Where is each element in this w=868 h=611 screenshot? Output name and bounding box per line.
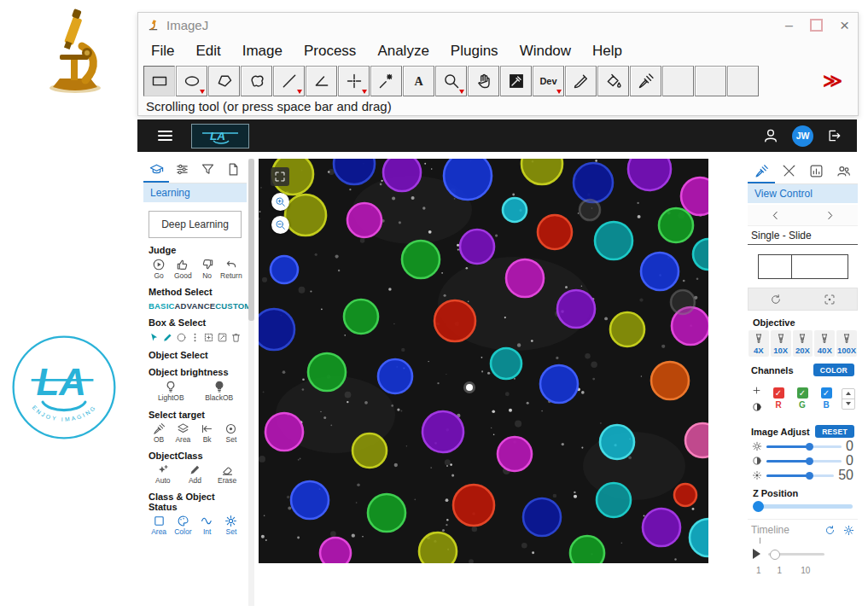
prev-slide-button[interactable] xyxy=(748,205,803,225)
logout-icon[interactable] xyxy=(826,128,842,143)
account-icon[interactable] xyxy=(762,127,779,144)
bk-button[interactable]: Bk xyxy=(195,422,219,444)
z-position-slider[interactable] xyxy=(753,504,853,509)
transform-box-icon[interactable] xyxy=(203,332,214,343)
channel-checkbox[interactable]: ✓ xyxy=(773,387,784,399)
select-arrow-icon[interactable] xyxy=(149,332,160,343)
fit-view-button[interactable] xyxy=(271,167,289,186)
zoom-out-button[interactable] xyxy=(271,216,289,234)
menu-help[interactable]: Help xyxy=(592,43,622,60)
tool-wand-button[interactable] xyxy=(370,66,402,96)
color-button[interactable]: COLOR xyxy=(813,364,854,376)
menu-file[interactable]: File xyxy=(151,43,174,60)
tab-learning[interactable] xyxy=(143,155,169,183)
blackob-button[interactable]: BlackOB xyxy=(195,380,244,402)
tool-magnifier-button[interactable] xyxy=(435,66,467,96)
tab-view-control[interactable] xyxy=(748,158,775,183)
adjust-slider-thumb[interactable] xyxy=(806,443,813,451)
menu-image[interactable]: Image xyxy=(242,43,283,60)
circle-select-icon[interactable] xyxy=(176,332,187,343)
set-button[interactable]: Set xyxy=(219,515,243,536)
add-channel-icon[interactable] xyxy=(752,386,761,395)
objective-4x-button[interactable]: 4X xyxy=(749,330,769,357)
tool-empty-slot-2-button[interactable] xyxy=(695,66,726,96)
menu-edit[interactable]: Edit xyxy=(195,43,220,60)
method-advance[interactable]: ADVANCE xyxy=(175,301,216,311)
tool-scrolling-hand-button[interactable] xyxy=(468,66,499,96)
adjust-slider[interactable] xyxy=(766,474,834,477)
tab-tools[interactable] xyxy=(775,158,802,183)
menu-analyze[interactable]: Analyze xyxy=(377,43,428,60)
objective-40x-button[interactable]: 40X xyxy=(814,330,835,357)
tool-angle-button[interactable] xyxy=(306,66,337,96)
adjust-slider[interactable] xyxy=(766,460,842,463)
tool-text-button[interactable]: A xyxy=(403,66,434,96)
tool-color-picker-button[interactable] xyxy=(500,66,532,96)
hamburger-menu-icon[interactable] xyxy=(158,131,172,141)
center-stage-button[interactable] xyxy=(803,288,858,310)
good-button[interactable]: Good xyxy=(171,258,195,280)
imagej-titlebar[interactable]: ImageJ – × xyxy=(138,13,858,38)
delete-box-icon[interactable] xyxy=(230,332,242,343)
more-tools-button[interactable]: ≫ xyxy=(823,70,842,92)
timeline-refresh-icon[interactable] xyxy=(824,525,836,536)
objective-10x-button[interactable]: 10X xyxy=(771,330,791,357)
tool-point-button[interactable] xyxy=(338,66,370,96)
tab-filter[interactable] xyxy=(195,155,221,183)
tool-flood-fill-button[interactable] xyxy=(597,66,629,96)
stage-map[interactable] xyxy=(748,245,858,288)
tool-eyedropper-button[interactable] xyxy=(630,66,661,96)
menu-plugins[interactable]: Plugins xyxy=(451,43,498,60)
menu-process[interactable]: Process xyxy=(304,43,356,60)
tab-analysis[interactable] xyxy=(803,158,830,183)
go-button[interactable]: Go xyxy=(147,258,171,280)
menu-window[interactable]: Window xyxy=(520,43,571,60)
user-avatar[interactable]: JW xyxy=(792,125,813,147)
more-options-icon[interactable] xyxy=(189,332,201,343)
return-button[interactable]: Return xyxy=(219,258,243,280)
contrast-icon[interactable] xyxy=(752,402,762,412)
objective-100x-button[interactable]: 100X xyxy=(836,330,857,357)
adjust-slider[interactable] xyxy=(766,445,842,448)
timeline-slider[interactable] xyxy=(768,553,824,556)
color-button[interactable]: Color xyxy=(171,515,195,536)
tool-paintbrush-button[interactable] xyxy=(565,66,597,96)
edit-box-icon[interactable] xyxy=(217,332,228,343)
image-canvas[interactable] xyxy=(259,159,708,563)
auto-button[interactable]: Auto xyxy=(147,463,179,485)
left-panel-scrollbar[interactable] xyxy=(248,159,254,606)
ob-button[interactable]: OB xyxy=(147,422,171,444)
set-button[interactable]: Set xyxy=(219,422,243,444)
adjust-slider-thumb[interactable] xyxy=(806,472,813,480)
maximize-button[interactable] xyxy=(810,19,823,32)
channel-up-button[interactable] xyxy=(842,389,854,399)
play-button[interactable] xyxy=(753,549,760,559)
tool-freehand-button[interactable] xyxy=(241,66,272,96)
draw-pen-icon[interactable] xyxy=(162,332,173,343)
z-slider-thumb[interactable] xyxy=(753,501,764,512)
model-dropdown[interactable]: Deep Learning xyxy=(149,211,242,238)
zoom-in-button[interactable] xyxy=(271,193,289,211)
tool-empty-slot-3-button[interactable] xyxy=(727,66,759,96)
method-custom[interactable]: CUSTOM xyxy=(215,301,251,311)
int-button[interactable]: Int xyxy=(195,515,219,536)
tab-accounts[interactable] xyxy=(830,158,858,183)
timeline-settings-icon[interactable] xyxy=(843,525,854,536)
tool-polygon-button[interactable] xyxy=(208,66,240,96)
erase-button[interactable]: Erase xyxy=(211,463,243,485)
reset-button[interactable]: RESET xyxy=(815,425,854,438)
tool-empty-slot-1-button[interactable] xyxy=(662,66,694,96)
tool-line-button[interactable] xyxy=(273,66,305,96)
timeline-slider-thumb[interactable] xyxy=(770,550,780,560)
close-button[interactable]: × xyxy=(840,16,849,35)
channel-checkbox[interactable]: ✓ xyxy=(797,387,808,399)
add-button[interactable]: Add xyxy=(179,463,212,485)
stage-box[interactable] xyxy=(758,254,848,279)
tab-adjust[interactable] xyxy=(169,155,195,183)
minimize-button[interactable]: – xyxy=(785,18,793,33)
tool-dev-menu-button[interactable]: Dev xyxy=(533,66,564,96)
area-button[interactable]: Area xyxy=(171,422,195,444)
channel-down-button[interactable] xyxy=(842,399,854,409)
method-basic[interactable]: BASIC xyxy=(149,301,175,311)
area-button[interactable]: Area xyxy=(147,515,171,536)
